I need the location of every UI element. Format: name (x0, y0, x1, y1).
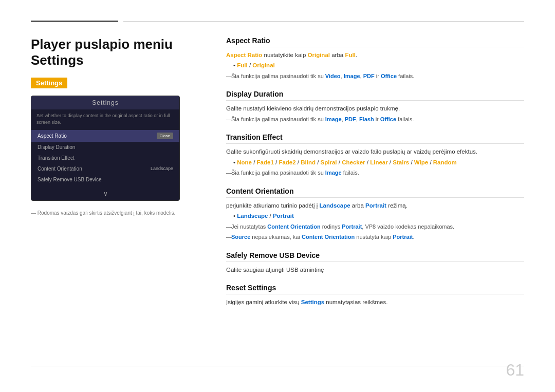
settings-item-label: Display Duration (38, 144, 75, 150)
highlight-pdf-dd: PDF (345, 116, 356, 122)
highlight-full-2: Full (237, 62, 247, 68)
highlight-blind: Blind (301, 159, 316, 165)
page-number: 61 (506, 361, 524, 380)
highlight-none: None (237, 159, 252, 165)
bullet-full-original: Full / Original (233, 61, 524, 70)
settings-item-transition-effect[interactable]: Transition Effect (31, 153, 179, 163)
section-title-content-orientation: Content Orientation (226, 187, 524, 198)
top-line-light (123, 21, 524, 22)
section-title-aspect-ratio: Aspect Ratio (226, 36, 524, 47)
highlight-wipe: Wipe (414, 159, 428, 165)
right-column: Aspect Ratio Aspect Ratio nustatyikite k… (226, 36, 524, 377)
settings-item-label: Safely Remove USB Device (38, 177, 102, 182)
highlight-content-orientation: Content Orientation (267, 223, 320, 230)
section-display-duration: Display Duration Galite nustatyti kiekvi… (226, 90, 524, 124)
highlight-original: Original (308, 52, 330, 58)
aspect-ratio-note: Aspect Ratio nustatyikite kaip Original … (226, 50, 524, 60)
main-content: Player puslapio meniu Settings Settings … (31, 36, 524, 377)
content-orientation-text: perjunkite atkuriamo turinio padėtį į La… (226, 201, 524, 210)
settings-item-safely-remove[interactable]: Safely Remove USB Device (31, 174, 179, 185)
page-title: Player puslapio meniu Settings (31, 36, 206, 68)
highlight-content-orientation-2: Content Orientation (302, 234, 355, 240)
section-title-display-duration: Display Duration (226, 90, 524, 101)
settings-ui-subtitle: Set whether to display content in the or… (31, 109, 179, 127)
section-title-transition-effect: Transition Effect (226, 133, 524, 144)
settings-item-aspect-ratio[interactable]: Aspect Ratio Close (31, 130, 179, 142)
highlight-fade1: Fade1 (257, 159, 274, 165)
left-note: Rodomas vaizdas gali skirtis atsižvelgia… (31, 209, 206, 217)
highlight-landscape-2: Landscape (237, 213, 268, 219)
highlight-landscape: Landscape (320, 202, 350, 209)
settings-item-label: Aspect Ratio (38, 133, 67, 139)
safely-remove-text: Galite saugiau atjungti USB atmintinę (226, 265, 524, 274)
settings-item-display-duration[interactable]: Display Duration (31, 142, 179, 153)
top-lines (31, 21, 524, 22)
content-orientation-note2: Source nepasiekiamas, kai Content Orient… (226, 233, 524, 242)
settings-chevron-icon: ∨ (31, 187, 179, 200)
highlight-settings-reset: Settings (301, 299, 324, 305)
highlight-portrait-2: Portrait (273, 213, 294, 219)
section-aspect-ratio: Aspect Ratio Aspect Ratio nustatyikite k… (226, 36, 524, 81)
settings-close-button[interactable]: Close (157, 133, 173, 139)
settings-item-value: Landscape (151, 166, 173, 171)
section-content-orientation: Content Orientation perjunkite atkuriamo… (226, 187, 524, 242)
settings-item-label: Content Orientation (38, 166, 82, 172)
reset-settings-text: Įsigijęs gaminį atkurkite visų Settings … (226, 297, 524, 307)
transition-effect-caveat: Šia funkcija galima pasinaudoti tik su I… (226, 169, 524, 178)
highlight-flash-dd: Flash (359, 116, 374, 122)
aspect-ratio-caveat: Šia funkcija galima pasinaudoti tik su V… (226, 72, 524, 81)
settings-ui-mockup: Settings Set whether to display content … (31, 96, 180, 200)
highlight-full: Full (345, 52, 355, 58)
bullet-landscape-portrait: Landscape / Portrait (233, 211, 524, 220)
section-title-safely-remove: Safely Remove USB Device (226, 251, 524, 262)
highlight-stairs: Stairs (393, 159, 409, 165)
section-reset-settings: Reset Settings Įsigijęs gaminį atkurkite… (226, 284, 524, 307)
highlight-office-dd: Office (380, 116, 396, 122)
highlight-original-2: Original (252, 62, 274, 68)
settings-ui-header: Settings (31, 96, 179, 109)
highlight-image-dd: Image (325, 116, 342, 122)
display-duration-caveat: Šia funkcija galima pasinaudoti tik su I… (226, 115, 524, 124)
left-column: Player puslapio meniu Settings Settings … (31, 36, 206, 377)
highlight-office: Office (381, 73, 397, 79)
highlight-fade2: Fade2 (279, 159, 295, 165)
highlight-aspect-ratio: Aspect Ratio (226, 52, 262, 58)
section-title-reset-settings: Reset Settings (226, 284, 524, 294)
highlight-image-te: Image (325, 170, 342, 176)
settings-item-content-orientation[interactable]: Content Orientation Landscape (31, 163, 179, 174)
bullet-transition-options: None / Fade1 / Fade2 / Blind / Spiral / … (233, 158, 524, 167)
highlight-portrait: Portrait (365, 202, 386, 209)
page-container: Player puslapio meniu Settings Settings … (0, 0, 555, 392)
content-orientation-note1: Jei nustatytas Content Orientation rodin… (226, 222, 524, 232)
highlight-portrait-note: Portrait (342, 223, 362, 230)
highlight-linear: Linear (370, 159, 388, 165)
bottom-line (31, 366, 524, 366)
highlight-spiral: Spiral (321, 159, 337, 165)
top-line-dark (31, 21, 118, 22)
highlight-pdf: PDF (363, 73, 375, 79)
highlight-image: Image (344, 73, 360, 79)
transition-effect-text: Galite sukonfigūruoti skaidrių demonstra… (226, 147, 524, 156)
settings-item-label: Transition Effect (38, 155, 75, 161)
highlight-random: Random (433, 159, 457, 165)
section-safely-remove: Safely Remove USB Device Galite saugiau … (226, 251, 524, 274)
settings-badge: Settings (31, 78, 67, 88)
highlight-checker: Checker (342, 159, 365, 165)
display-duration-text: Galite nustatyti kiekvieno skaidrių demo… (226, 104, 524, 113)
highlight-video: Video (325, 73, 341, 79)
highlight-source: Source (231, 234, 250, 240)
section-transition-effect: Transition Effect Galite sukonfigūruoti … (226, 133, 524, 177)
settings-ui-list: Aspect Ratio Close Display Duration Tran… (31, 128, 179, 187)
highlight-portrait-3: Portrait (393, 234, 413, 240)
